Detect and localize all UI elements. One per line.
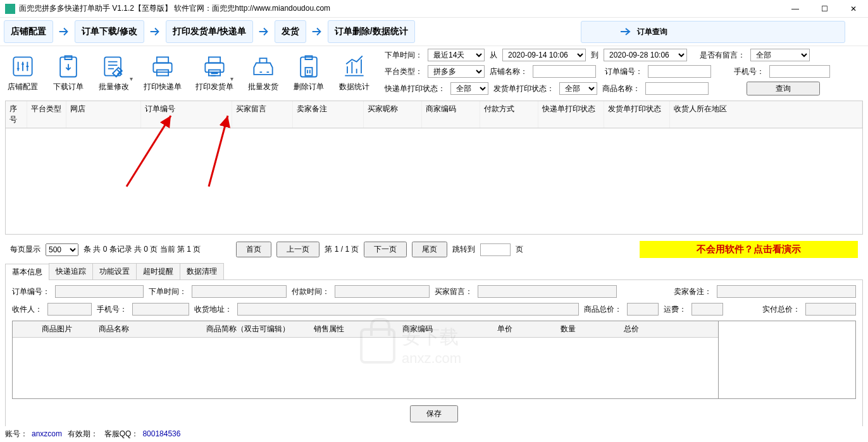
tool-download-order[interactable]: 下载订单 (47, 49, 90, 95)
col-paymethod: 付款方式 (480, 101, 538, 128)
tab-timeout[interactable]: 超时提醒 (136, 263, 180, 279)
step-order-download[interactable]: 订单下载/修改 (75, 20, 144, 43)
next-page-button[interactable]: 下一页 (364, 242, 407, 257)
tool-stats[interactable]: 数据统计 (333, 49, 376, 95)
order-time-label: 下单时间： (385, 50, 423, 61)
last-page-button[interactable]: 尾页 (412, 242, 447, 257)
info-address-label: 收货地址： (194, 304, 232, 315)
col-express-print: 快递单打印状态 (538, 101, 604, 128)
ship-print-select[interactable]: 全部 (559, 82, 597, 95)
info-paytime[interactable] (335, 285, 430, 298)
gcol-check (13, 321, 38, 337)
tool-label: 下载订单 (53, 82, 84, 92)
prev-page-button[interactable]: 上一页 (276, 242, 319, 257)
status-qq-label: 客服QQ： (104, 429, 139, 438)
from-date[interactable]: 2020-09-14 10:06 (502, 49, 586, 61)
step-shop-config[interactable]: 店铺配置 (4, 20, 53, 43)
query-button[interactable]: 查询 (747, 82, 820, 95)
save-button[interactable]: 保存 (410, 405, 458, 422)
info-address[interactable] (237, 303, 579, 316)
shop-name-label: 店铺名称： (490, 66, 528, 77)
tool-print-express[interactable]: 打印快递单 (138, 49, 187, 95)
first-page-button[interactable]: 首页 (236, 242, 271, 257)
info-goodstotal-label: 商品总价： (584, 304, 622, 315)
tool-batch-ship[interactable]: 批量发货 (242, 49, 285, 95)
order-table-header: 序号 平台类型 网店 订单编号 买家留言 卖家备注 买家昵称 商家编码 付款方式… (5, 101, 863, 128)
tool-label: 数据统计 (339, 82, 369, 92)
gcol-total: 总价 (620, 321, 718, 337)
tool-label: 删除订单 (294, 82, 324, 92)
goods-body[interactable] (13, 338, 718, 398)
close-button[interactable]: ✕ (839, 0, 868, 18)
gcol-qty: 数量 (557, 321, 620, 337)
status-account-label: 账号： (5, 429, 28, 438)
tab-express-track[interactable]: 快递追踪 (49, 263, 93, 279)
tool-label: 店铺配置 (8, 82, 38, 92)
col-platform: 平台类型 (27, 101, 66, 128)
demo-link[interactable]: 不会用软件？点击看演示 (640, 241, 858, 258)
info-buyermsg[interactable] (478, 285, 617, 298)
phone-input[interactable] (769, 65, 830, 78)
tool-label: 批量修改 (99, 82, 129, 92)
info-sellernote-label: 卖家备注： (674, 286, 712, 297)
status-account: anxzcom (32, 429, 62, 438)
info-receiver[interactable] (47, 303, 92, 316)
info-sellernote[interactable] (717, 285, 856, 298)
info-receiver-label: 收件人： (12, 304, 42, 315)
info-phone-label: 手机号： (97, 304, 127, 315)
jump-input[interactable] (480, 243, 511, 256)
info-freight[interactable] (691, 303, 723, 316)
tool-label: 打印快递单 (144, 82, 182, 92)
has-msg-label: 是否有留言： (700, 50, 745, 61)
goods-name-input[interactable] (645, 82, 709, 95)
arrow-icon (148, 25, 162, 39)
gcol-attr: 销售属性 (310, 321, 399, 337)
order-table-body[interactable]: 安下载anxz.com (5, 128, 863, 235)
svg-rect-4 (157, 57, 168, 63)
step-query-label: 订单查询 (637, 27, 667, 37)
to-date[interactable]: 2020-09-28 10:06 (604, 49, 687, 61)
perpage-select[interactable]: 500 (46, 243, 78, 256)
step-delete-stats[interactable]: 订单删除/数据统计 (328, 20, 415, 43)
step-order-query[interactable]: 订单查询 (581, 21, 845, 43)
info-paidtotal[interactable] (805, 303, 856, 316)
phone-label: 手机号： (734, 66, 764, 77)
has-msg-select[interactable]: 全部 (750, 49, 810, 61)
col-buyermsg: 买家留言 (232, 101, 293, 128)
pager: 每页显示 500 条 共 0 条记录 共 0 页 当前 第 1 页 首页 上一页… (5, 237, 863, 262)
col-shop: 网店 (66, 101, 141, 128)
from-label: 从 (490, 50, 497, 61)
svg-rect-10 (306, 67, 313, 75)
step-print[interactable]: 打印发货单/快递单 (166, 20, 253, 43)
gcol-code: 商家编码 (399, 321, 493, 337)
platform-select[interactable]: 拼多多 (428, 65, 485, 78)
info-ordertime[interactable] (192, 285, 287, 298)
info-goodstotal[interactable] (627, 303, 659, 316)
platform-label: 平台类型： (385, 66, 423, 77)
tab-func-settings[interactable]: 功能设置 (92, 263, 137, 279)
svg-rect-3 (153, 63, 171, 72)
tool-delete-order[interactable]: 删除订单 (287, 49, 330, 95)
order-no-input[interactable] (648, 65, 711, 78)
minimize-button[interactable]: — (781, 0, 810, 18)
express-print-select[interactable]: 全部 (450, 82, 488, 95)
order-time-select[interactable]: 最近14天 (428, 49, 485, 61)
tab-basic[interactable]: 基本信息 (5, 264, 49, 280)
goods-name-label: 商品名称： (602, 83, 640, 94)
info-phone[interactable] (132, 303, 189, 316)
info-orderno-label: 订单编号： (12, 286, 50, 297)
tool-print-ship[interactable]: 打印发货单 (190, 49, 239, 95)
col-sellernote: 卖家备注 (293, 101, 364, 128)
maximize-button[interactable]: ☐ (810, 0, 839, 18)
tool-shop-config[interactable]: 店铺配置 (1, 49, 44, 95)
tab-data-clean[interactable]: 数据清理 (180, 263, 224, 279)
info-paytime-label: 付款时间： (292, 286, 330, 297)
svg-rect-5 (157, 70, 168, 75)
page-info: 第 1 / 1 页 (325, 244, 359, 255)
info-ordertime-label: 下单时间： (149, 286, 187, 297)
tool-batch-edit[interactable]: 批量修改 (92, 49, 135, 95)
shop-name-input[interactable] (533, 65, 596, 78)
step-ship[interactable]: 发货 (275, 20, 306, 43)
titlebar: 面兜兜拼多多快递打单助手 V1.1.2【至尊版】 软件官网：面兜兜http://… (0, 0, 868, 18)
info-orderno[interactable] (55, 285, 144, 298)
